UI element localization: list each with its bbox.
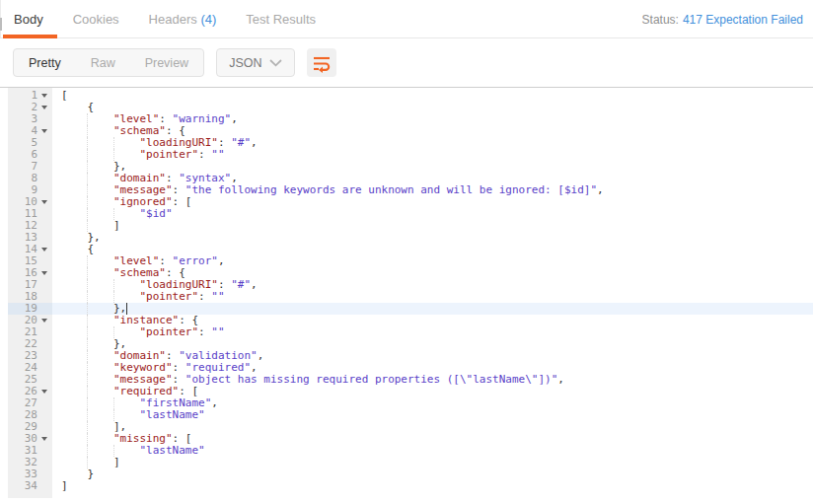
response-panel: Body Cookies Headers (4) Test Results St… bbox=[0, 0, 813, 504]
code-line[interactable]: 4"schema": { bbox=[0, 125, 813, 137]
fold-arrow-icon[interactable] bbox=[39, 102, 52, 113]
gutter-margin bbox=[0, 480, 8, 492]
indent-guide bbox=[87, 208, 112, 220]
indent-guide bbox=[61, 220, 87, 232]
code-line[interactable]: 33} bbox=[0, 468, 813, 480]
code-line[interactable]: 34] bbox=[0, 480, 813, 492]
code-text: "lastName" bbox=[52, 409, 813, 421]
gutter-margin bbox=[0, 457, 8, 468]
code-text: "pointer": "" bbox=[52, 291, 813, 303]
tab-cookies[interactable]: Cookies bbox=[73, 12, 119, 27]
json-punctuation: , bbox=[231, 112, 238, 125]
indent-guide bbox=[87, 326, 112, 338]
code-line[interactable]: 5"loadingURI": "#", bbox=[0, 137, 813, 149]
fold-arrow-icon[interactable] bbox=[39, 125, 52, 137]
preview-button[interactable]: Preview bbox=[130, 49, 203, 76]
indent-guide bbox=[61, 315, 87, 326]
gutter-margin bbox=[0, 338, 8, 350]
json-punctuation: { bbox=[87, 101, 94, 113]
indent-guide bbox=[61, 291, 87, 303]
fold-arrow-spacer bbox=[39, 220, 52, 232]
indent-guide bbox=[61, 386, 87, 397]
fold-arrow-spacer bbox=[39, 279, 52, 291]
code-line[interactable]: 13}, bbox=[0, 232, 813, 244]
json-punctuation: : bbox=[198, 290, 211, 303]
fold-arrow-spacer bbox=[39, 374, 52, 386]
gutter-margin bbox=[0, 468, 8, 480]
code-line[interactable]: 10"ignored": [ bbox=[0, 196, 813, 208]
indent-guide bbox=[61, 445, 87, 457]
indent-guide bbox=[61, 350, 87, 362]
indent-guide bbox=[61, 303, 87, 315]
indent-guide bbox=[61, 102, 87, 113]
code-line[interactable]: 16"schema": { bbox=[0, 267, 813, 279]
json-string: "" bbox=[211, 148, 224, 161]
json-punctuation: , bbox=[251, 278, 258, 291]
gutter-margin bbox=[0, 291, 8, 303]
indent-guide bbox=[61, 397, 87, 409]
tab-body[interactable]: Body bbox=[14, 12, 43, 27]
json-punctuation: : [ bbox=[173, 195, 192, 208]
code-line[interactable]: 12] bbox=[0, 220, 813, 232]
line-number: 34 bbox=[8, 480, 39, 492]
gutter-margin bbox=[0, 232, 8, 244]
fold-arrow-icon[interactable] bbox=[39, 244, 52, 255]
fold-arrow-spacer bbox=[39, 480, 52, 492]
code-text: ] bbox=[52, 480, 813, 492]
fold-arrow-icon[interactable] bbox=[39, 196, 52, 208]
code-lines: 1[2{3"level": "warning",4"schema": {5"lo… bbox=[0, 90, 813, 492]
wrap-lines-button[interactable] bbox=[307, 48, 336, 77]
tab-headers[interactable]: Headers (4) bbox=[149, 12, 217, 27]
code-text: ] bbox=[52, 457, 813, 468]
gutter-margin bbox=[0, 421, 8, 433]
indent-guide bbox=[87, 173, 112, 184]
code-text: [ bbox=[52, 90, 813, 102]
indent-guide bbox=[61, 125, 87, 137]
gutter-margin bbox=[0, 409, 8, 421]
json-string: "#" bbox=[231, 136, 251, 149]
indent-guide bbox=[61, 374, 87, 386]
json-string: "lastName" bbox=[139, 444, 204, 457]
indent-guide bbox=[87, 184, 112, 196]
code-line[interactable]: 1[ bbox=[0, 90, 813, 102]
indent-guide bbox=[87, 196, 112, 208]
fold-arrow-spacer bbox=[39, 161, 52, 173]
code-line[interactable]: 30"missing": [ bbox=[0, 433, 813, 445]
code-line[interactable]: 20"instance": { bbox=[0, 315, 813, 326]
code-line[interactable]: 11"$id" bbox=[0, 208, 813, 220]
json-key: "pointer" bbox=[139, 325, 198, 338]
fold-arrow-spacer bbox=[39, 208, 52, 220]
indent-guide bbox=[61, 433, 87, 445]
fold-arrow-spacer bbox=[39, 291, 52, 303]
fold-arrow-icon[interactable] bbox=[39, 267, 52, 279]
tab-body-label: Body bbox=[14, 12, 43, 27]
code-line[interactable]: 32] bbox=[0, 457, 813, 468]
tab-test-results[interactable]: Test Results bbox=[246, 12, 316, 27]
tab-test-results-label: Test Results bbox=[246, 12, 316, 27]
indent-guide bbox=[61, 113, 87, 125]
language-dropdown[interactable]: JSON bbox=[216, 48, 295, 77]
fold-arrow-spacer bbox=[39, 255, 52, 267]
gutter-margin bbox=[0, 386, 8, 397]
code-line[interactable]: 17"loadingURI": "#", bbox=[0, 279, 813, 291]
json-key: "pointer" bbox=[139, 290, 198, 303]
fold-arrow-icon[interactable] bbox=[39, 386, 52, 397]
gutter-margin bbox=[0, 279, 8, 291]
fold-arrow-spacer bbox=[39, 303, 52, 315]
json-key: "pointer" bbox=[139, 148, 198, 161]
json-punctuation: , bbox=[258, 349, 264, 362]
code-editor[interactable]: 1[2{3"level": "warning",4"schema": {5"lo… bbox=[0, 87, 813, 504]
raw-button[interactable]: Raw bbox=[76, 49, 130, 76]
body-toolbar: Pretty Raw Preview JSON bbox=[0, 38, 813, 87]
gutter-margin bbox=[0, 161, 8, 173]
fold-arrow-icon[interactable] bbox=[39, 90, 52, 102]
gutter-margin bbox=[0, 184, 8, 196]
fold-arrow-icon[interactable] bbox=[39, 433, 52, 445]
fold-arrow-spacer bbox=[39, 113, 52, 125]
code-line[interactable]: 26"required": [ bbox=[0, 386, 813, 397]
code-line[interactable]: 31"lastName" bbox=[0, 445, 813, 457]
indent-guide bbox=[87, 149, 112, 161]
code-line[interactable]: 27"firstName", bbox=[0, 397, 813, 409]
fold-arrow-icon[interactable] bbox=[39, 315, 52, 326]
pretty-button[interactable]: Pretty bbox=[14, 49, 76, 76]
